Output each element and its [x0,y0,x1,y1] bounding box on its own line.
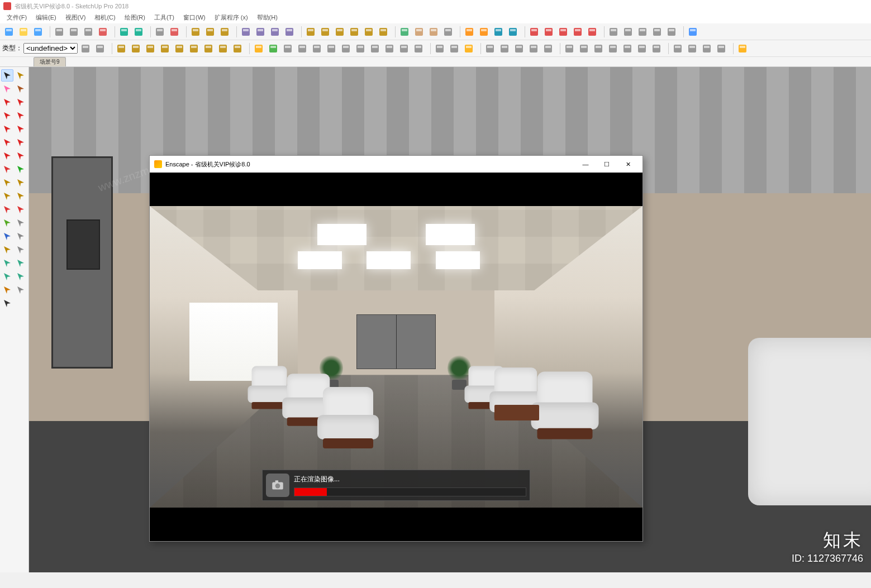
maximize-button[interactable]: ☐ [597,157,617,171]
viewport[interactable]: 前部 www.znzmo.com www.znzmo.com Enscape -… [29,67,871,572]
tb-cut[interactable] [53,25,66,39]
tb-m4[interactable] [158,42,172,55]
tool-follow-me[interactable] [15,176,27,189]
tb-tag[interactable] [412,25,426,39]
tool-dimension[interactable] [15,230,27,242]
tb-paste[interactable] [82,25,95,39]
tb-g2[interactable] [686,42,699,55]
tb-e7[interactable] [339,42,353,55]
tb-house6[interactable] [377,25,390,39]
tool-move-green[interactable] [15,163,27,175]
tb-s2[interactable] [577,42,591,55]
tb-e6[interactable] [325,42,338,55]
tool-line[interactable] [1,96,13,108]
tool-rectangle[interactable] [1,109,13,122]
tool-arc2[interactable] [15,136,27,149]
tb-delete[interactable] [96,25,110,39]
tool-select[interactable] [1,69,13,82]
tool-freehand[interactable] [15,96,27,108]
tb-house1[interactable] [304,25,317,39]
tool-move-red[interactable] [1,163,13,175]
tb-g4[interactable] [715,42,728,55]
tool-eraser[interactable] [1,83,13,95]
menu-扩展程序 (x)[interactable]: 扩展程序 (x) [210,12,253,23]
tb-c7[interactable] [556,25,570,39]
tb-box2[interactable] [203,25,217,39]
tb-new[interactable] [2,25,16,39]
tb-s7[interactable] [650,42,663,55]
tb-e4[interactable] [296,42,309,55]
tb-house2[interactable] [318,25,332,39]
tb-e12[interactable] [412,42,425,55]
tb-pin[interactable] [441,25,455,39]
tool-axes[interactable] [1,230,13,242]
type-select[interactable]: <undefined> [23,43,78,54]
tb-en[interactable] [736,42,749,55]
menu-绘图(R)[interactable]: 绘图(R) [120,12,150,23]
tb-v5[interactable] [541,42,555,55]
tool-scale[interactable] [1,190,13,202]
tb-r3[interactable] [462,42,475,55]
tb-s5[interactable] [621,42,634,55]
menu-帮助(H)[interactable]: 帮助(H) [253,12,282,23]
tb-e3[interactable] [281,42,294,55]
tool-arc3[interactable] [1,150,13,162]
tb-e2[interactable] [266,42,280,55]
tb-t-b[interactable] [93,42,107,55]
tb-comp1[interactable] [239,25,253,39]
tb-e5[interactable] [310,42,323,55]
tool-walk[interactable] [1,297,13,309]
tb-c2[interactable] [477,25,491,39]
tool-component-edit[interactable] [15,69,27,82]
tool-zoom-window[interactable] [15,270,27,283]
tb-save[interactable] [31,25,45,39]
tool-protractor[interactable] [15,243,27,256]
enscape-title-bar[interactable]: Enscape - 省级机关VIP候诊8.0 — ☐ ✕ [150,156,642,173]
tb-v1[interactable] [483,42,497,55]
tb-c9[interactable] [586,25,599,39]
tb-e8[interactable] [354,42,367,55]
tb-m5[interactable] [173,42,186,55]
tb-s1[interactable] [563,42,576,55]
tool-stretch[interactable] [15,203,27,216]
enscape-window[interactable]: Enscape - 省级机关VIP候诊8.0 — ☐ ✕ [149,155,643,542]
tb-box1[interactable] [189,25,202,39]
tb-g1[interactable] [671,42,684,55]
tb-e9[interactable] [368,42,382,55]
tool-orbit[interactable] [1,257,13,269]
tb-comp3[interactable] [268,25,282,39]
tb-cloud4[interactable] [650,25,664,39]
tb-map[interactable] [398,25,411,39]
scene-tab[interactable]: 场景号9 [34,57,66,66]
tb-m9[interactable] [231,42,244,55]
tool-offset[interactable] [15,190,27,202]
tool-rotate[interactable] [1,203,13,216]
tb-redo[interactable] [132,25,145,39]
tb-t-a[interactable] [79,42,92,55]
tool-man[interactable] [1,284,13,296]
tb-person[interactable] [427,25,440,39]
tb-c6[interactable] [542,25,555,39]
tb-m7[interactable] [202,42,215,55]
tb-e1[interactable] [252,42,265,55]
tool-push-pull[interactable] [1,176,13,189]
menu-编辑(E)[interactable]: 编辑(E) [31,12,61,23]
tool-arc[interactable] [1,136,13,149]
tool-pie[interactable] [15,150,27,162]
tb-r1[interactable] [433,42,446,55]
tb-m2[interactable] [129,42,142,55]
tool-eye[interactable] [15,284,27,296]
tb-comp2[interactable] [254,25,267,39]
tool-zoom[interactable] [1,270,13,283]
minimize-button[interactable]: — [575,157,596,171]
tb-c4[interactable] [506,25,520,39]
menu-文件(F)[interactable]: 文件(F) [2,12,31,23]
tb-undo[interactable] [117,25,131,39]
enscape-viewport[interactable]: 正在渲染图像... [150,173,642,541]
tool-pan[interactable] [15,257,27,269]
tb-m6[interactable] [187,42,201,55]
tb-house4[interactable] [348,25,361,39]
tb-print[interactable] [153,25,166,39]
tb-e11[interactable] [397,42,411,55]
tool-circle[interactable] [1,123,13,135]
